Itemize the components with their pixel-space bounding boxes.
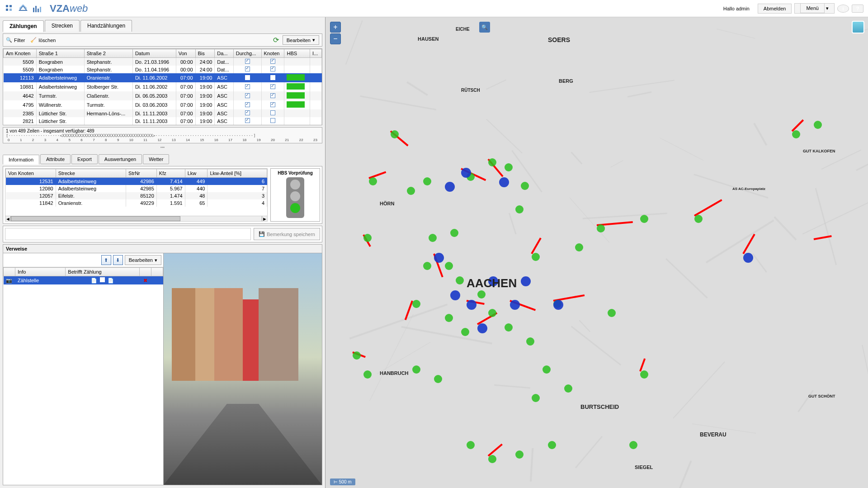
col-header[interactable]: Straße 1 bbox=[36, 49, 84, 58]
map-node-green[interactable] bbox=[564, 384, 572, 393]
map-label: SIEGEL bbox=[635, 464, 653, 470]
map-node-blue[interactable] bbox=[521, 276, 531, 286]
up-button[interactable]: ⬆ bbox=[101, 255, 111, 265]
map-node-green[interactable] bbox=[792, 130, 800, 138]
table-row[interactable]: 2385Lütticher Str.Hermann-Löns-...Di. 11… bbox=[4, 109, 322, 117]
map-node-green[interactable] bbox=[412, 300, 420, 308]
subtab-wetter[interactable]: Wetter bbox=[143, 154, 169, 164]
table-row[interactable]: 4642Turmstr.Claßenstr.Di. 06.05.200307:0… bbox=[4, 91, 322, 100]
col-header[interactable]: HBS bbox=[284, 49, 310, 58]
map-node-green[interactable] bbox=[456, 276, 464, 284]
map-node-green[interactable] bbox=[526, 337, 534, 346]
map-node-green[interactable] bbox=[391, 130, 399, 138]
logout-button[interactable]: Abmelden bbox=[758, 4, 792, 14]
refresh-icon[interactable]: ⟳ bbox=[273, 36, 279, 44]
col-header[interactable]: I... bbox=[310, 49, 322, 58]
tab-strecken[interactable]: Strecken bbox=[45, 20, 80, 32]
map-node-green[interactable] bbox=[407, 187, 415, 195]
map-node-green[interactable] bbox=[597, 224, 605, 232]
table-row[interactable]: 5509BoxgrabenStephanstr.Do. 21.03.199600… bbox=[4, 58, 322, 66]
col-header[interactable]: Da... bbox=[215, 49, 233, 58]
map-node-green[interactable] bbox=[445, 314, 453, 322]
subtab-export[interactable]: Export bbox=[71, 154, 98, 164]
app-icon-1[interactable] bbox=[5, 4, 14, 14]
map[interactable]: + − 🔍 ⊢ 500 m AACHENSOERSHAUSENEICHEBERG… bbox=[326, 17, 868, 488]
info-scroll-x[interactable]: ◄► bbox=[5, 216, 267, 221]
map-node-blue[interactable] bbox=[499, 177, 509, 187]
save-remark-button[interactable]: 💾 Bemerkung speichern bbox=[254, 228, 320, 240]
col-header[interactable]: Knoten bbox=[261, 49, 284, 58]
col-header[interactable]: Am Knoten bbox=[4, 49, 37, 58]
map-node-blue[interactable] bbox=[467, 300, 476, 310]
down-button[interactable]: ⬇ bbox=[113, 255, 123, 265]
col-header[interactable]: Straße 2 bbox=[84, 49, 132, 58]
remark-input[interactable] bbox=[5, 228, 251, 240]
map-node-blue[interactable] bbox=[461, 168, 471, 178]
map-node-green[interactable] bbox=[369, 177, 377, 185]
subtab-auswertungen[interactable]: Auswertungen bbox=[99, 154, 142, 164]
map-node-green[interactable] bbox=[629, 441, 637, 449]
tab-handzaehlungen[interactable]: Handzählungen bbox=[80, 20, 132, 32]
map-label: SOERS bbox=[548, 36, 570, 43]
map-node-green[interactable] bbox=[363, 370, 372, 379]
subtab-attribute[interactable]: Attribute bbox=[40, 154, 71, 164]
col-header[interactable]: Von bbox=[176, 49, 195, 58]
tab-zaehlungen[interactable]: Zählungen bbox=[3, 20, 44, 32]
map-node-green[interactable] bbox=[477, 290, 486, 298]
map-node-green[interactable] bbox=[505, 163, 513, 171]
layer-button[interactable] bbox=[852, 21, 864, 33]
delete-icon[interactable]: ✖ bbox=[140, 276, 151, 285]
map-node-green[interactable] bbox=[461, 328, 469, 336]
map-node-green[interactable] bbox=[363, 234, 372, 242]
clear-button[interactable]: 🧹 löschen bbox=[30, 37, 56, 43]
edit-dropdown[interactable]: Bearbeiten ▾ bbox=[283, 35, 319, 45]
table-row[interactable]: 12113AdalbertsteinwegOranienstr.Di. 11.0… bbox=[4, 73, 322, 82]
map-node-blue[interactable] bbox=[510, 300, 520, 310]
map-node-green[interactable] bbox=[640, 370, 648, 379]
app-icon-3[interactable] bbox=[32, 4, 42, 14]
verweise-row[interactable]: 📷 Zählstelle 📄 📄 ✖ bbox=[4, 276, 163, 285]
map-node-blue[interactable] bbox=[450, 290, 460, 300]
map-node-green[interactable] bbox=[505, 323, 513, 332]
table-row[interactable]: 11842Oranienstr.492291.591654 bbox=[6, 199, 267, 207]
map-node-green[interactable] bbox=[488, 455, 496, 463]
menu-button[interactable]: Menü ▾ bbox=[794, 3, 835, 14]
svg-rect-2 bbox=[6, 9, 8, 11]
table-row[interactable]: 12080Adalbertsteinweg429855.9674407 bbox=[6, 185, 267, 192]
zoom-out-button[interactable]: − bbox=[330, 33, 341, 44]
map-node-green[interactable] bbox=[532, 253, 540, 261]
app-icon-2[interactable] bbox=[18, 4, 28, 14]
verweise-edit-dropdown[interactable]: Bearbeiten ▾ bbox=[125, 255, 161, 265]
table-row[interactable]: 12531Adalbertsteinweg429867.4144496 bbox=[6, 178, 267, 185]
table-row[interactable]: 2821Lütticher Str.Di. 11.11.200307:0019:… bbox=[4, 117, 322, 125]
map-node-blue[interactable] bbox=[434, 253, 444, 263]
info-icon[interactable]: i bbox=[837, 5, 849, 13]
map-node-green[interactable] bbox=[814, 121, 822, 129]
filter-button[interactable]: 🔍 Filter bbox=[6, 37, 25, 43]
table-row[interactable]: 10881AdalbertsteinwegStolberger Str.Di. … bbox=[4, 82, 322, 91]
zoom-in-button[interactable]: + bbox=[330, 22, 341, 33]
map-node-green[interactable] bbox=[548, 441, 556, 449]
map-node-green[interactable] bbox=[467, 441, 475, 449]
map-node-blue[interactable] bbox=[553, 300, 563, 310]
col-header[interactable]: Bis bbox=[195, 49, 215, 58]
svg-rect-7 bbox=[40, 7, 41, 12]
map-label: HÖRN bbox=[380, 201, 394, 206]
map-node-green[interactable] bbox=[429, 234, 437, 242]
subtab-information[interactable]: Information bbox=[3, 155, 39, 165]
table-row[interactable]: 4795Wüllnerstr.Turmstr.Di. 03.06.200307:… bbox=[4, 100, 322, 109]
map-node-green[interactable] bbox=[423, 177, 431, 185]
col-header[interactable]: Durchg... bbox=[233, 49, 261, 58]
map-node-green[interactable] bbox=[353, 351, 361, 360]
map-node-blue[interactable] bbox=[743, 253, 753, 263]
help-icon[interactable]: ? bbox=[852, 5, 863, 13]
map-node-green[interactable] bbox=[575, 243, 583, 251]
map-node-green[interactable] bbox=[532, 394, 540, 402]
svg-rect-1 bbox=[9, 5, 12, 7]
map-node-blue[interactable] bbox=[477, 323, 487, 333]
map-search-icon[interactable]: 🔍 bbox=[479, 22, 490, 33]
table-row[interactable]: 12057Eifelstr.851201.474483 bbox=[6, 192, 267, 199]
map-node-green[interactable] bbox=[515, 450, 524, 459]
col-header[interactable]: Datum bbox=[132, 49, 176, 58]
table-row[interactable]: 5509BoxgrabenStephanstr.Do. 11.04.199600… bbox=[4, 66, 322, 73]
